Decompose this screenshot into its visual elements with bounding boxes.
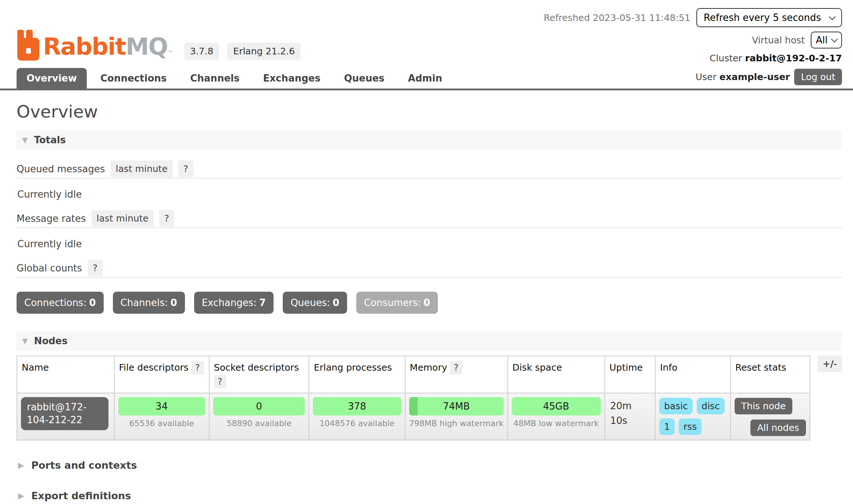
collapse-icon: ▼: [22, 136, 28, 144]
global-count-badges: Connections:0 Channels:0 Exchanges:7 Que…: [17, 292, 842, 314]
info-badge-1: 1: [659, 418, 675, 435]
node-row: rabbit@172-104-212-22 34 65536 available…: [17, 393, 810, 440]
memory-bar-fill: [409, 397, 418, 415]
disk-space-cell: 45GB 48MB low watermark: [508, 393, 605, 440]
brand-text: RabbitMQ™: [43, 35, 173, 58]
nodes-section-header[interactable]: ▼ Nodes: [17, 331, 842, 350]
col-header-disk-space: Disk space: [508, 356, 605, 393]
refreshed-timestamp: Refreshed 2023-05-31 11:48:51: [544, 12, 690, 23]
collapse-icon: ▼: [22, 337, 28, 345]
virtual-host-label: Virtual host: [752, 35, 805, 46]
col-header-memory: Memory ?: [405, 356, 508, 393]
rate-window-tab[interactable]: last minute: [111, 161, 173, 177]
rabbitmq-logo-icon: [17, 30, 40, 64]
col-header-erlang-processes: Erlang processes: [309, 356, 405, 393]
col-header-uptime: Uptime: [605, 356, 656, 393]
header: RabbitMQ™ 3.7.8 Erlang 21.2.6 Refreshed …: [17, 0, 842, 64]
info-badge-disc: disc: [697, 398, 725, 414]
tab-overview[interactable]: Overview: [17, 68, 87, 89]
tab-channels[interactable]: Channels: [180, 68, 249, 89]
file-descriptors-cell: 34 65536 available: [114, 393, 209, 440]
uptime-cell: 20m 10s: [605, 393, 656, 440]
connections-count-badge[interactable]: Connections:0: [17, 292, 104, 314]
col-header-name: Name: [17, 356, 114, 393]
refresh-interval-select[interactable]: Refresh every 5 seconds: [696, 8, 842, 27]
channels-count-badge[interactable]: Channels:0: [113, 292, 185, 314]
expand-icon: ▶: [18, 461, 24, 469]
ports-and-contexts-section[interactable]: ▶ Ports and contexts: [18, 460, 842, 471]
socket-descriptors-cell: 0 58890 available: [209, 393, 309, 440]
virtual-host-select[interactable]: All: [811, 32, 842, 48]
rabbitmq-logo[interactable]: RabbitMQ™: [17, 30, 173, 64]
help-badge[interactable]: ?: [192, 361, 204, 374]
chevron-down-icon: [831, 36, 838, 42]
tab-bar: Overview Connections Channels Exchanges …: [0, 68, 853, 90]
cluster-name: Cluster rabbit@192-0-2-17: [710, 53, 842, 64]
help-badge[interactable]: ?: [178, 161, 193, 177]
help-badge[interactable]: ?: [88, 260, 103, 276]
export-definitions-section[interactable]: ▶ Export definitions: [18, 490, 842, 501]
message-rates-heading: Message rates last minute ?: [17, 210, 842, 228]
tab-admin[interactable]: Admin: [398, 68, 452, 89]
erlang-version-badge: Erlang 21.2.6: [227, 43, 301, 60]
info-badge-rss: rss: [679, 418, 702, 435]
help-badge[interactable]: ?: [450, 361, 462, 374]
queued-messages-heading: Queued messages last minute ?: [17, 161, 842, 179]
erlang-processes-cell: 378 1048576 available: [309, 393, 405, 440]
global-counts-heading: Global counts ?: [17, 260, 842, 278]
queued-status-text: Currently idle: [17, 189, 842, 200]
queues-count-badge[interactable]: Queues:0: [283, 292, 347, 314]
col-header-socket-descriptors: Socket descriptors ?: [209, 356, 309, 393]
totals-section-header[interactable]: ▼ Totals: [17, 130, 842, 150]
chevron-down-icon: [829, 13, 835, 20]
memory-cell: 74MB 798MB high watermark: [405, 393, 508, 440]
reset-all-nodes-button[interactable]: All nodes: [750, 420, 806, 436]
nodes-table-header-row: Name File descriptors ? Socket descripto…: [17, 356, 810, 393]
help-badge[interactable]: ?: [159, 210, 174, 227]
exchanges-count-badge[interactable]: Exchanges:7: [194, 292, 274, 314]
node-name-badge[interactable]: rabbit@172-104-212-22: [21, 397, 108, 430]
help-badge[interactable]: ?: [214, 375, 226, 388]
toggle-columns-button[interactable]: +/-: [818, 356, 842, 372]
page-title: Overview: [17, 101, 842, 122]
info-badge-basic: basic: [659, 398, 693, 414]
user-label: User example-user: [696, 72, 790, 82]
rates-status-text: Currently idle: [17, 238, 842, 249]
col-header-reset-stats: Reset stats: [731, 356, 810, 393]
version-badge: 3.7.8: [184, 43, 220, 60]
expand-icon: ▶: [18, 492, 24, 500]
col-header-file-descriptors: File descriptors ?: [114, 356, 209, 393]
col-header-info: Info: [655, 356, 731, 393]
tab-queues[interactable]: Queues: [334, 68, 395, 89]
rate-window-tab[interactable]: last minute: [92, 210, 154, 227]
tab-connections[interactable]: Connections: [90, 68, 176, 89]
info-cell: basic disc 1 rss: [655, 393, 731, 440]
nodes-table: Name File descriptors ? Socket descripto…: [17, 356, 810, 440]
reset-this-node-button[interactable]: This node: [735, 398, 792, 414]
logout-button[interactable]: Log out: [794, 69, 842, 85]
tab-exchanges[interactable]: Exchanges: [253, 68, 330, 89]
consumers-count-badge: Consumers:0: [356, 292, 438, 314]
reset-stats-cell: This node All nodes: [731, 393, 810, 440]
